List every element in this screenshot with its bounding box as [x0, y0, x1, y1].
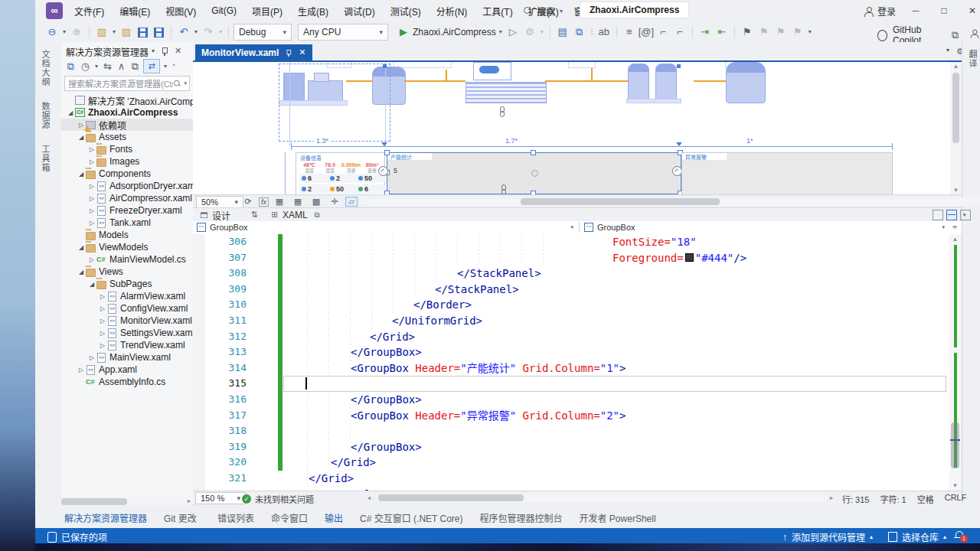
tree-expander-icon[interactable]: ▷	[98, 318, 107, 324]
tree-expander-icon[interactable]: ▷	[87, 354, 96, 361]
tree-expander-icon[interactable]: ▷	[98, 342, 107, 349]
minimize-button[interactable]: ─	[903, 1, 929, 21]
tree-expander-icon[interactable]: ◢	[77, 134, 86, 141]
breadcrumb-right-pane[interactable]: <> GroupBox ▾	[580, 221, 949, 233]
tree-item-Images[interactable]: ▷Images	[61, 155, 193, 168]
panel-pin-icon[interactable]	[161, 47, 168, 56]
bookmark-icon[interactable]: ⚑	[740, 25, 755, 39]
comment-icon[interactable]: ⌐	[655, 25, 671, 39]
tree-expander-icon[interactable]: ▷	[87, 220, 96, 227]
tree-item-App-xaml[interactable]: ▷App.xaml	[61, 364, 193, 376]
undo-icon[interactable]: ↶	[176, 25, 191, 39]
clear-bookmarks-icon[interactable]: ⚑	[790, 25, 805, 39]
tree-item-ConfigView-xaml[interactable]: ▷ConfigView.xaml	[61, 302, 193, 315]
notifications-button[interactable]: 1	[954, 530, 969, 543]
navigate-symbol-icon[interactable]: ≡	[622, 25, 637, 39]
breadcrumb-left-pane[interactable]: <> GroupBox ▾	[193, 221, 578, 233]
tree-item-Zhaoxi-AirCompress[interactable]: ◢C#Zhaoxi.AirCompress	[61, 106, 193, 119]
tree-item-ViewModels[interactable]: ◢ViewModels	[61, 241, 193, 253]
code-line-306[interactable]: FontSize="18"	[283, 234, 946, 250]
designer-groupbox-middle-selected[interactable]: 产能统计	[387, 152, 681, 194]
se-home-icon[interactable]: ⇆	[102, 60, 113, 73]
tree-expander-icon[interactable]: ◢	[77, 244, 86, 251]
grid-splitter-icon[interactable]	[381, 142, 387, 146]
editor-vertical-scrollbar[interactable]: ▲ ▼	[949, 234, 961, 491]
panel-tab-程序包管理器控制台[interactable]: 程序包管理器控制台	[480, 511, 563, 524]
select-repository-button[interactable]: 选择仓库 ▴	[888, 530, 946, 543]
next-bookmark-icon[interactable]: ⚑	[773, 25, 789, 39]
attribute-icon[interactable]: [@]	[639, 25, 654, 39]
open-file-icon[interactable]: ▨	[119, 25, 134, 39]
panel-tab-命令窗口[interactable]: 命令窗口	[271, 511, 308, 524]
tree-item-TrendView-xaml[interactable]: ▷TrendView.xaml	[61, 339, 193, 351]
panel-dropdown-icon[interactable]: ▾	[152, 47, 155, 54]
tree-item-Views[interactable]: ◢Views	[61, 266, 193, 278]
start-dropdown-icon[interactable]: ▾	[498, 25, 504, 39]
menu-item-n[interactable]: 分析(N)	[430, 3, 475, 19]
tab-pin-icon[interactable]	[286, 49, 292, 57]
design-view-button[interactable]: 🗖 设计	[199, 209, 230, 222]
breadcrumb-dropdown-icon[interactable]: ▾	[570, 224, 573, 230]
panel-close-icon[interactable]: ✕	[175, 46, 181, 56]
indent-icon[interactable]: ⇥	[697, 25, 713, 39]
save-icon[interactable]	[138, 28, 148, 37]
xaml-code-editor[interactable]: 3063073083093103113123133143153163173183…	[193, 234, 949, 491]
redo-dropdown-icon[interactable]: ▾	[217, 25, 224, 39]
designer-groupbox-left[interactable]: 设备信息 48℃温度76.9湿度0.00Nm流量80m³容量 62502506	[296, 152, 385, 194]
tree-expander-icon[interactable]: ▷	[87, 195, 96, 202]
designer-refresh-icon[interactable]: ⟳	[240, 196, 256, 207]
tree-expander-icon[interactable]: ▷	[98, 330, 107, 337]
tree-item-------Zhaoxi-AirCompress---[interactable]: 解决方案 'Zhaoxi.AirCompress' (	[61, 94, 193, 106]
code-line-314[interactable]: <GroupBox Header="产能统计" Grid.Column="1">	[283, 360, 946, 377]
designer-effects-icon[interactable]: fx	[259, 197, 269, 207]
editor-zoom-combo[interactable]: 150 %▾	[195, 492, 246, 504]
prev-bookmark-icon[interactable]: ⚑	[756, 25, 772, 39]
side-tab-数据源[interactable]: 数据源	[35, 94, 55, 137]
tree-item-AssemblyInfo-cs[interactable]: C#AssemblyInfo.cs	[61, 376, 193, 388]
panel-tab-错误列表[interactable]: 错误列表	[217, 511, 254, 524]
breadcrumb-dropdown-icon[interactable]: ▾	[942, 224, 945, 230]
tree-expander-icon[interactable]: ◢	[66, 109, 75, 116]
grid-column-width-0[interactable]: 1.3*	[314, 137, 331, 145]
grid-column-width-2[interactable]: 1*	[744, 137, 756, 145]
tree-expander-icon[interactable]: ◢	[77, 171, 86, 178]
tree-expander-icon[interactable]: ▷	[98, 305, 107, 312]
code-line-308[interactable]: </StackPanel>	[283, 266, 946, 282]
tree-expander-icon[interactable]: ▷	[87, 207, 96, 214]
menu-item-f[interactable]: 文件(F)	[67, 3, 111, 19]
tree-expander-icon[interactable]: ◢	[87, 281, 96, 288]
maximize-button[interactable]: □	[931, 1, 957, 21]
margin-link-icon[interactable]	[501, 184, 506, 194]
start-without-debug-icon[interactable]: ▷	[505, 25, 521, 39]
se-sync-active-icon[interactable]: ⇄	[143, 59, 160, 73]
se-collapse-all-icon[interactable]: ∧	[116, 60, 127, 73]
designer-horizontal-scrollbar[interactable]	[361, 197, 980, 206]
se-sync-dropdown-icon[interactable]: ▾	[162, 60, 168, 73]
bookmark-overflow-icon[interactable]: ▾	[807, 25, 813, 39]
panel-tab-输出[interactable]: 输出	[325, 511, 343, 524]
se-search-dropdown-icon[interactable]: ▾	[184, 80, 187, 86]
editor-horizontal-scrollbar[interactable]	[377, 494, 827, 502]
se-pending-dropdown-icon[interactable]: ▾	[93, 60, 100, 73]
tree-expander-icon[interactable]: ▷	[77, 367, 86, 373]
code-line-315[interactable]	[283, 376, 946, 392]
menu-item-b[interactable]: 生成(B)	[291, 3, 335, 19]
titlebar-search[interactable]: 搜索 ▾	[518, 3, 569, 18]
code-lines[interactable]: FontSize="18"Foreground="#444"/></StackP…	[283, 234, 946, 491]
code-line-318[interactable]	[283, 423, 946, 439]
grid-column-width-1[interactable]: 1.7*	[503, 137, 520, 145]
swap-panes-icon[interactable]: ⇅	[247, 209, 262, 220]
tree-item-FreezeDryer-xaml[interactable]: ▷FreezeDryer.xaml	[61, 204, 193, 217]
se-search-box[interactable]: 搜索解决方案资源管理器(Ctrl+;) ▾	[64, 76, 190, 91]
tree-item----[interactable]: ▷依赖项	[61, 119, 193, 131]
menu-item-v[interactable]: 视图(V)	[158, 3, 203, 19]
tree-item-AirCompressor-xaml[interactable]: ▷AirCompressor.xaml	[61, 192, 193, 204]
split-vertical-icon[interactable]	[933, 210, 943, 220]
status-spaces[interactable]: 空格	[917, 493, 934, 505]
tree-expander-icon[interactable]: ▷	[87, 183, 96, 190]
new-project-icon[interactable]: ▧	[94, 25, 109, 39]
grid-splitter-icon[interactable]	[676, 142, 682, 146]
menu-item-t[interactable]: 工具(T)	[475, 3, 519, 19]
code-line-313[interactable]: </GroupBox>	[283, 344, 946, 360]
editor-scroll-left-icon[interactable]: ◂	[368, 494, 371, 501]
